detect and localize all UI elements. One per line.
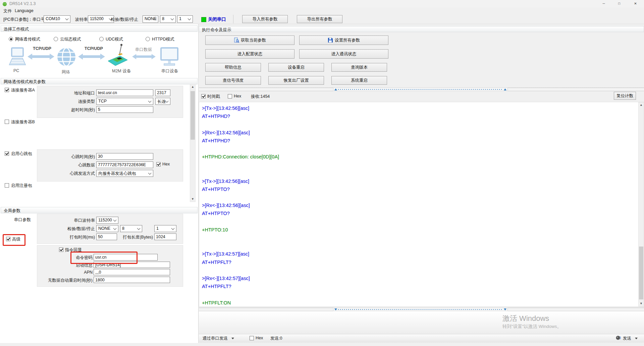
boot-msg-input[interactable]: [USR-DR514] — [94, 262, 170, 268]
log-line: +HTPTO:10 — [202, 226, 637, 234]
close-icon[interactable]: ✕ — [627, 0, 644, 7]
idle-restart-label: 无数据自动重启时间(秒) — [34, 278, 93, 283]
parity-select[interactable]: NONE — [143, 15, 158, 23]
maximize-icon[interactable]: □ — [611, 0, 627, 7]
register-label[interactable]: 启用注册包 — [11, 183, 32, 189]
log-output[interactable]: >[Tx->][13:42:56][asc]AT+HTPHD?>[Rx<-][1… — [199, 102, 644, 307]
close-port-button[interactable]: 关闭串口 — [208, 16, 226, 22]
diagram-link3-label: 串口数据 — [135, 47, 152, 53]
hb-time-input[interactable]: 30 — [96, 153, 153, 160]
log-splitter-bottom[interactable] — [199, 307, 644, 311]
reset-counter-button[interactable]: 复位计数 — [614, 92, 636, 100]
cmd-pwd-input[interactable]: usr.cn — [94, 254, 158, 261]
scrollbar-thumb[interactable] — [639, 247, 643, 299]
import-params-button[interactable]: 导入所有参数 — [242, 15, 288, 23]
echo-checkbox[interactable] — [59, 248, 63, 252]
doc-search-icon — [234, 38, 239, 43]
conn-keep-select[interactable]: 长连 — [155, 98, 170, 105]
g-baud-select[interactable]: 115200 — [96, 217, 118, 224]
log-line — [202, 234, 637, 242]
export-params-button[interactable]: 导出所有参数 — [297, 15, 342, 23]
send-button[interactable]: 发送 — [623, 336, 631, 341]
get-params-button[interactable]: 获取当前参数 — [205, 36, 294, 45]
help-info-button[interactable]: 帮助信息 — [205, 63, 261, 72]
g-parity-select[interactable]: NONE — [96, 225, 118, 232]
advanced-checkbox[interactable] — [6, 237, 10, 241]
server-b-label[interactable]: 连接服务器B — [11, 119, 35, 125]
chevron-down-icon — [165, 99, 169, 103]
set-params-button[interactable]: 设置所有参数 — [299, 36, 388, 45]
server-addr-input[interactable]: test.usr.cn — [96, 89, 153, 96]
window-title: DR514 V2.1.3 — [9, 1, 36, 6]
com-port-select[interactable]: COM10 — [44, 15, 70, 23]
query-signal-button[interactable]: 查信号强度 — [205, 76, 261, 85]
factory-reset-button[interactable]: 恢复出厂设置 — [268, 76, 324, 85]
timestamp-label[interactable]: 时间戳 — [207, 94, 220, 99]
chevron-down-icon — [188, 17, 191, 20]
heartbeat-label[interactable]: 启用心跳包 — [11, 151, 32, 157]
send-hex-checkbox[interactable] — [250, 336, 254, 340]
timestamp-checkbox[interactable] — [201, 94, 206, 98]
timeout-input[interactable]: 5 — [96, 106, 153, 113]
chevron-up-icon[interactable]: ▲ — [639, 102, 644, 108]
diagram-link1-label: TCP/UDP — [33, 46, 51, 51]
minimize-icon[interactable]: ─ — [596, 0, 611, 7]
menu-language[interactable]: Language — [13, 8, 36, 13]
pack-len-input[interactable]: 1024 — [154, 233, 176, 240]
chevron-down-icon[interactable]: ▼ — [190, 197, 195, 202]
chevron-up-icon[interactable]: ▲ — [190, 84, 195, 89]
data-bits-select[interactable]: 8 — [160, 15, 176, 23]
server-b-checkbox[interactable] — [5, 120, 9, 124]
g-data-bits-select[interactable]: 8 — [120, 225, 142, 232]
panel-divider — [198, 24, 199, 343]
hb-hex-checkbox[interactable] — [156, 162, 161, 166]
device-reboot-button[interactable]: 设备重启 — [268, 63, 324, 72]
radio-udc-mode-label[interactable]: UDC模式 — [106, 37, 123, 42]
radio-net-mode[interactable] — [9, 37, 13, 41]
server-a-label[interactable]: 连接服务器A — [11, 87, 35, 93]
radio-httpd-mode[interactable] — [146, 37, 150, 41]
register-checkbox[interactable] — [5, 183, 9, 188]
system-reboot-button[interactable]: 系统重启 — [331, 76, 387, 85]
stop-bits-select[interactable]: 1 — [177, 15, 193, 23]
send-hex-label[interactable]: Hex — [256, 336, 263, 340]
radio-udc-mode[interactable] — [99, 37, 104, 41]
menu-file[interactable]: 文件 — [1, 8, 14, 14]
chevron-down-icon[interactable] — [231, 338, 234, 339]
log-line: AT+HTPFLT? — [202, 282, 637, 290]
enter-comm-button[interactable]: 进入通讯状态 — [299, 49, 388, 59]
hb-data-label: 心跳数据 — [54, 162, 95, 168]
scrollbar-thumb[interactable] — [191, 91, 195, 140]
send-input-area[interactable] — [199, 311, 644, 334]
server-port-input[interactable]: 2317 — [155, 89, 170, 96]
radio-cloud-mode-label[interactable]: 云组态模式 — [60, 37, 81, 42]
query-version-button[interactable]: 查询版本 — [331, 63, 387, 72]
g-stop-bits-select[interactable]: 1 — [154, 225, 176, 232]
log-splitter-top[interactable] — [199, 87, 644, 91]
log-line — [202, 242, 637, 250]
advanced-label[interactable]: 高级 — [12, 236, 20, 242]
hb-mode-select[interactable]: 向服务器发送心跳包 — [96, 170, 153, 177]
chevron-down-icon[interactable]: ▼ — [639, 301, 644, 306]
net-params-scrollbar[interactable]: ▲ ▼ — [190, 84, 196, 202]
server-a-checkbox[interactable] — [5, 88, 9, 92]
apn-input[interactable]: ,,,0 — [94, 269, 170, 275]
conn-type-select[interactable]: TCP — [96, 98, 153, 105]
chevron-down-icon[interactable] — [635, 338, 638, 339]
hb-hex-label[interactable]: Hex — [162, 162, 170, 166]
log-scrollbar[interactable]: ▲ ▼ — [638, 102, 644, 306]
radio-cloud-mode[interactable] — [54, 37, 58, 41]
apn-label: APN — [74, 270, 93, 275]
radio-httpd-mode-label[interactable]: HTTPD模式 — [152, 37, 174, 42]
send-via-dropdown[interactable]: 通过串口发送 — [203, 336, 228, 341]
log-hex-label[interactable]: Hex — [234, 94, 241, 98]
log-hex-checkbox[interactable] — [228, 94, 232, 98]
idle-restart-input[interactable]: 1800 — [94, 277, 170, 283]
heartbeat-checkbox[interactable] — [5, 151, 9, 156]
echo-label[interactable]: 指令回显 — [65, 247, 82, 253]
radio-net-mode-label[interactable]: 网络透传模式 — [15, 37, 40, 42]
enter-config-button[interactable]: 进入配置状态 — [205, 49, 294, 59]
diagram-serial-dev-label: 串口设备 — [161, 68, 178, 74]
baud-select[interactable]: 115200 — [88, 15, 114, 23]
hb-data-input[interactable]: 7777772E7573722E636E — [96, 161, 153, 168]
